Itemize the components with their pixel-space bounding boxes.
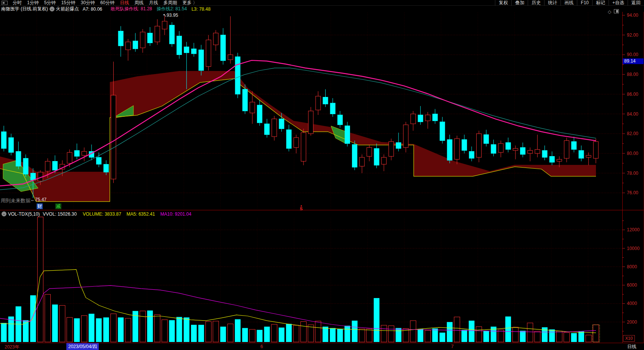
volume-bar bbox=[271, 324, 277, 342]
volume-bar bbox=[264, 327, 270, 342]
candle bbox=[199, 50, 204, 70]
volume-bar bbox=[37, 217, 43, 342]
volume-expander-icon[interactable]: ⌄ bbox=[2, 211, 6, 216]
candle bbox=[454, 139, 459, 159]
candle bbox=[425, 115, 430, 121]
volume-bar bbox=[520, 331, 526, 342]
volume-axis-label: 4000 bbox=[627, 301, 644, 306]
volume-ma10-value: MA10: 9201.04 bbox=[161, 211, 191, 217]
candle bbox=[513, 148, 518, 150]
candle bbox=[243, 89, 247, 111]
candle bbox=[462, 140, 467, 150]
candle bbox=[67, 152, 72, 163]
candle bbox=[257, 105, 262, 123]
volume-bar bbox=[374, 298, 379, 342]
volume-bar bbox=[198, 325, 204, 342]
candle bbox=[418, 115, 423, 122]
volume-bar bbox=[140, 311, 146, 342]
volume-bar bbox=[359, 329, 365, 342]
price-axis-label: 84.00 bbox=[627, 111, 644, 117]
crosshair-date-label: 2023/05/04/四 bbox=[66, 343, 99, 350]
volume-bar bbox=[293, 325, 299, 342]
volume-bar bbox=[125, 318, 131, 342]
volume-bar bbox=[206, 321, 211, 342]
candle bbox=[484, 135, 489, 144]
candle bbox=[337, 115, 342, 125]
candle bbox=[74, 150, 79, 156]
candle bbox=[374, 148, 379, 165]
volume-bar bbox=[578, 331, 584, 342]
chart-canvas[interactable] bbox=[0, 0, 644, 350]
candle bbox=[125, 42, 130, 50]
candle bbox=[213, 33, 218, 45]
volume-bar bbox=[1, 323, 7, 342]
candle bbox=[316, 96, 321, 110]
volume-bar bbox=[184, 318, 190, 342]
volume-bar bbox=[286, 324, 292, 342]
volume-bar bbox=[8, 316, 14, 342]
price-axis-label: 94.00 bbox=[627, 13, 644, 18]
volume-bar bbox=[571, 333, 577, 342]
low-price-annotation: ←75.47 bbox=[31, 197, 47, 202]
candle bbox=[542, 150, 547, 157]
candle bbox=[104, 164, 109, 172]
candle bbox=[345, 126, 350, 144]
candle bbox=[411, 114, 416, 124]
candle bbox=[45, 161, 50, 171]
volume-bar bbox=[279, 327, 284, 342]
candle bbox=[118, 31, 123, 46]
candle bbox=[389, 142, 394, 156]
candle bbox=[279, 119, 284, 129]
volume-bar bbox=[23, 320, 29, 342]
volume-bar bbox=[235, 319, 241, 342]
candle bbox=[360, 157, 365, 166]
sell-signal-marker: ▲ S bbox=[299, 204, 304, 210]
volume-pane-header: ⌄ VOL-TDX(5,10) VVOL: 15026.30 VOLUME: 3… bbox=[0, 211, 622, 217]
period-label: 日线 bbox=[627, 344, 636, 350]
volume-ma5-value: MA5: 6352.41 bbox=[127, 211, 155, 217]
volume-bar bbox=[469, 321, 474, 342]
volume-bar bbox=[476, 327, 482, 342]
candle bbox=[228, 55, 233, 60]
candle bbox=[184, 47, 189, 53]
candle bbox=[177, 36, 182, 55]
volume-bar bbox=[59, 305, 65, 342]
volume-bar bbox=[96, 318, 102, 342]
candle bbox=[294, 138, 299, 148]
candle bbox=[433, 114, 438, 121]
price-axis-label: 92.00 bbox=[627, 32, 644, 38]
volume-bar bbox=[213, 321, 218, 342]
volume-bar bbox=[396, 328, 401, 342]
month-label: 6 bbox=[260, 344, 263, 349]
candle bbox=[477, 134, 482, 157]
volume-bar bbox=[564, 332, 570, 342]
volume-bar bbox=[154, 315, 160, 342]
volume-bar bbox=[512, 327, 518, 342]
candle bbox=[528, 150, 533, 153]
volume-bar bbox=[315, 321, 321, 342]
volume-bar bbox=[389, 326, 394, 342]
candle bbox=[23, 158, 28, 174]
candle bbox=[96, 157, 101, 164]
volume-axis-label: 2000 bbox=[627, 319, 644, 325]
candle bbox=[2, 132, 6, 148]
candle bbox=[396, 142, 401, 148]
volume-bar bbox=[52, 305, 58, 342]
candle bbox=[579, 150, 584, 158]
volume-bar bbox=[111, 314, 116, 342]
candle bbox=[206, 40, 211, 67]
volume-bar bbox=[447, 322, 453, 342]
volume-bar bbox=[542, 327, 548, 342]
volume-bar bbox=[366, 329, 372, 342]
candle bbox=[506, 142, 511, 149]
volume-bar bbox=[586, 335, 591, 342]
candle bbox=[235, 57, 240, 94]
time-axis-bar: 2023年 2023/05/04/四 67 bbox=[0, 343, 644, 350]
candle bbox=[191, 49, 196, 54]
volume-bar bbox=[344, 326, 350, 342]
high-price-annotation: ↖93.95 bbox=[163, 13, 178, 18]
volume-bar bbox=[177, 317, 182, 342]
volume-bar bbox=[381, 325, 387, 342]
volume-bar bbox=[249, 329, 255, 342]
volume-bar bbox=[45, 294, 51, 342]
